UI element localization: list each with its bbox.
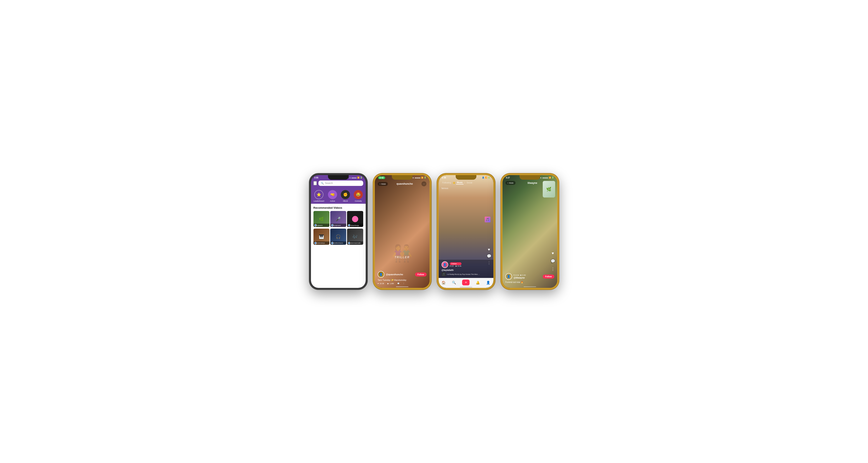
avatar-alicia: 👤 xyxy=(314,242,317,244)
search-text-3: famous xyxy=(441,187,448,189)
song-info-3: 🎵 t & Roddy Ricch) by Pop Smoke The Woo … xyxy=(441,272,491,276)
likes-count-4: ♥ 44.8k xyxy=(514,274,519,276)
chevron-left-icon-2: ‹ xyxy=(380,183,380,185)
likes-count-3: ♥ 207 xyxy=(450,265,454,267)
side-actions-4: ♥ 💬 ⋮ xyxy=(551,251,555,271)
phone-3: 2:36 👤📶🔋 Following 👑 Music | Social xyxy=(437,174,495,289)
tab-music[interactable]: Music xyxy=(456,181,464,184)
video-grid-row2: 🎹 👤 @aliciakeys 🎧 👤 @dillon xyxy=(313,228,363,245)
nav-bar-3: 🏠 🔍 + 🔔 👤 xyxy=(439,278,493,288)
back-button-2[interactable]: ‹ nous xyxy=(378,182,388,186)
avatar-4: 👤 xyxy=(505,273,512,280)
user-section-3: 👤 Follow ♥ 207 ▶ 30.8k @laylafaith xyxy=(439,260,493,278)
heart-btn-3[interactable]: ♥ xyxy=(488,247,490,252)
comment-btn-2[interactable]: 💬 xyxy=(397,282,400,284)
category-comedy[interactable]: 😂 Comedy xyxy=(354,190,363,202)
section-title: Recommended Videos xyxy=(313,206,363,209)
search-box[interactable]: 🔍 Search xyxy=(318,181,363,186)
heart-icon-2: ♥ xyxy=(378,282,379,284)
tab-separator: | xyxy=(464,182,465,184)
tab-crown-icon: 👑 xyxy=(453,182,455,184)
comedy-label: Comedy xyxy=(355,200,362,202)
content-area: Recommended Videos 🌿 👤 @jbalvin xyxy=(311,204,366,288)
menu-button-2[interactable]: ⋯ xyxy=(422,181,427,186)
back-label-2: nous xyxy=(381,183,386,185)
status-icons-3: 👤📶🔋 xyxy=(482,177,490,179)
nav-create-3[interactable]: + xyxy=(462,280,470,285)
home-indicator-4 xyxy=(524,286,536,287)
user-info-2: @quavohuncho xyxy=(386,273,413,276)
status-icons-1: ▲ ▬▬▬ 📶 🔋 xyxy=(349,177,362,179)
category-blm[interactable]: ✊ #BLM xyxy=(341,190,350,202)
tab-following[interactable]: Following xyxy=(441,181,452,184)
leaderboard-label: Leaderboard xyxy=(314,200,324,202)
caption-2: Taco Tuesday 🌮 #tacotuesday xyxy=(378,279,427,281)
more-btn-2[interactable]: ⋮ xyxy=(403,282,405,284)
status-icons-4: ▲▬▬▬📶🔋 xyxy=(540,177,554,179)
user-handle-3: @laylafaith xyxy=(441,269,491,271)
home-indicator-3 xyxy=(460,287,472,287)
active-label: Active xyxy=(330,200,335,202)
follow-button-3[interactable]: Follow xyxy=(450,263,462,265)
phone-4: 🌿 3:27 ▲▬▬▬📶🔋 ‹ nous xyxy=(501,174,559,289)
views-icon-2: ▶ xyxy=(388,282,389,284)
phone-1: 3:05 ▲ ▬▬▬ 📶 🔋 ✕ xyxy=(309,174,367,289)
nav-profile-3[interactable]: 👤 xyxy=(486,281,490,284)
blm-label: #BLM xyxy=(343,200,348,202)
phone4-screen: 🌿 3:27 ▲▬▬▬📶🔋 ‹ nous xyxy=(502,175,557,288)
more-btn-4[interactable]: ⋮ xyxy=(551,267,555,271)
user-row-3: 👤 Follow ♥ 207 ▶ 30.8k xyxy=(441,261,491,268)
nav-notifications-3[interactable]: 🔔 xyxy=(476,281,480,284)
back-label-4: nous xyxy=(509,182,514,184)
comment-icon-2: 💬 xyxy=(397,282,400,284)
avatar-3: 👤 xyxy=(441,261,448,268)
video-thumb-djkhaled[interactable]: 🎤 👤 @djkhaled xyxy=(330,211,346,227)
phone3-screen: 2:36 👤📶🔋 Following 👑 Music | Social xyxy=(439,175,493,288)
user-row-4: 👤 ♥ 44.8k ▶ 9.4M @lilwayne Follow xyxy=(505,273,554,280)
video-thumb-jbalvin[interactable]: 🌿 👤 @jbalvin xyxy=(313,211,330,227)
follow-button-2[interactable]: Follow xyxy=(415,273,427,276)
follow-button-4[interactable]: Follow xyxy=(543,275,554,279)
video-thumb-armaan[interactable]: 🎶 👤 @armaanmalik xyxy=(347,228,363,245)
views-count-4: ▶ 9.4M xyxy=(520,274,526,276)
video-label-jbalvin: 👤 @jbalvin xyxy=(313,224,330,227)
blm-icon: ✊ xyxy=(341,190,350,199)
phone-2: 👫 3:42 ▲▬▬▬📶🔋 ‹ xyxy=(373,174,431,289)
heart-btn-4[interactable]: ♥ xyxy=(552,251,554,255)
video-label-tydolla: 👤 @tydollasign xyxy=(347,224,363,227)
username-4: lilwayne xyxy=(528,182,537,184)
views-2: ▶ 1.8M xyxy=(388,282,394,284)
category-leaderboard[interactable]: ⭐ Leaderboard xyxy=(314,190,324,202)
video-label-dillon: 👤 @dillonfrancis xyxy=(330,242,346,245)
video-thumb-alicia[interactable]: 🎹 👤 @aliciakeys xyxy=(313,228,330,245)
phone2-screen: 👫 3:42 ▲▬▬▬📶🔋 ‹ xyxy=(375,175,430,288)
category-active[interactable]: 🤜 Active xyxy=(328,190,337,202)
comment-btn-4[interactable]: 💬 xyxy=(551,259,555,264)
stats-3: ♥ 207 ▶ 30.8k xyxy=(450,265,462,267)
bottom-section-3: 👤 Follow ♥ 207 ▶ 30.8k @laylafaith xyxy=(439,260,493,288)
search-row: ✕ 🔍 Search xyxy=(313,181,363,186)
chevron-left-icon-4: ‹ xyxy=(507,182,508,184)
tab-social[interactable]: Social xyxy=(466,181,473,184)
more-icon-2: ⋮ xyxy=(403,282,405,284)
nav-search-3[interactable]: 🔍 xyxy=(452,281,456,284)
nav-home-3[interactable]: 🏠 xyxy=(441,281,446,284)
avatar-jbalvin: 👤 xyxy=(314,224,317,226)
views-count-3: ▶ 30.8k xyxy=(456,265,462,267)
avatar-armaan: 👤 xyxy=(348,242,350,244)
close-button[interactable]: ✕ xyxy=(313,181,317,185)
video-grid-row1: 🌿 👤 @jbalvin 🎤 👤 @djkhaled xyxy=(313,211,363,227)
search-icon: 🔍 xyxy=(321,182,324,185)
comment-btn-3[interactable]: 💬 xyxy=(487,254,491,258)
back-button-4[interactable]: ‹ nous xyxy=(505,181,516,185)
bottom-section-4: 👤 ♥ 44.8k ▶ 9.4M @lilwayne Follow Funera… xyxy=(502,272,557,288)
categories-row: ⭐ Leaderboard 🤜 Active ✊ #BLM 😂 xyxy=(311,188,366,204)
video-thumb-dillon[interactable]: 🎧 👤 @dillonfrancis xyxy=(330,228,346,245)
video-label-djkhaled: 👤 @djkhaled xyxy=(330,224,346,227)
active-icon: 🤜 xyxy=(328,190,337,199)
video-thumb-tydolla[interactable]: 👤 @tydollasign xyxy=(347,211,363,227)
bottom-section-2: 👤 @quavohuncho Follow Taco Tuesday 🌮 #ta… xyxy=(375,270,430,288)
username-2: quavohuncho xyxy=(397,182,413,185)
phones-container: 3:05 ▲ ▬▬▬ 📶 🔋 ✕ xyxy=(301,165,567,298)
user-handle-2: @quavohuncho xyxy=(386,273,413,276)
